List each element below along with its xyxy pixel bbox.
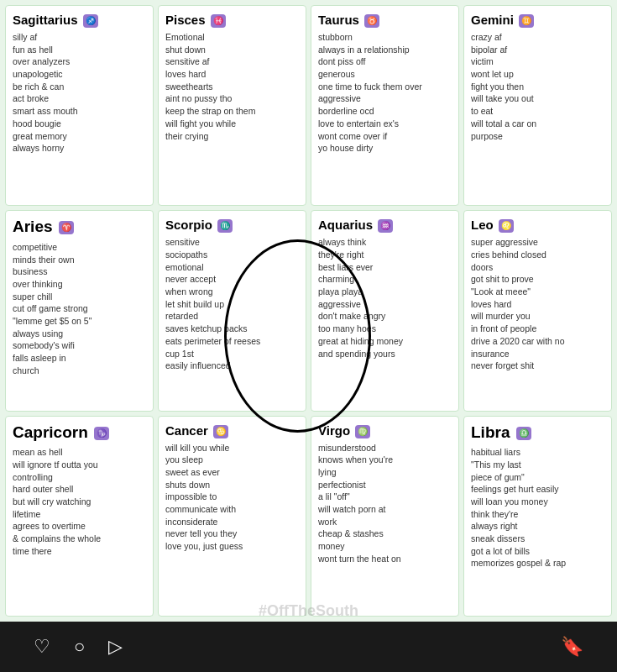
card-aries: Aries ♈competitive minds their own busin… bbox=[5, 210, 154, 411]
card-sagittarius: Sagittarius ♐silly af fun as hell over a… bbox=[5, 5, 154, 206]
card-content-pisces: Emotional shut down sensitive af loves h… bbox=[165, 31, 299, 142]
card-content-cancer: will kill you while you sleep sweet as e… bbox=[165, 442, 299, 553]
zodiac-icon-leo: ♌ bbox=[499, 219, 514, 233]
zodiac-grid: Sagittarius ♐silly af fun as hell over a… bbox=[0, 0, 617, 622]
card-pisces: Pisces ♓Emotional shut down sensitive af… bbox=[158, 5, 306, 206]
zodiac-icon-pisces: ♓ bbox=[211, 14, 226, 28]
zodiac-icon-virgo: ♍ bbox=[355, 425, 370, 438]
card-title-leo: Leo ♌ bbox=[471, 216, 604, 234]
heart-icon[interactable]: ♡ bbox=[34, 636, 50, 658]
card-libra: Libra ♎habitual liars "This my last piec… bbox=[463, 416, 612, 617]
zodiac-icon-gemini: ♊ bbox=[519, 14, 534, 28]
card-content-sagittarius: silly af fun as hell over analyzers unap… bbox=[13, 31, 146, 155]
card-title-virgo: Virgo ♍ bbox=[318, 422, 452, 439]
card-content-taurus: stubborn always in a relationship dont p… bbox=[318, 31, 452, 155]
card-virgo: Virgo ♍misunderstood knows when you're l… bbox=[311, 416, 459, 617]
card-taurus: Taurus ♉stubborn always in a relationshi… bbox=[311, 5, 459, 206]
card-title-scorpio: Scorpio ♏ bbox=[165, 216, 299, 234]
card-content-leo: super aggressive cries behind closed doo… bbox=[471, 236, 604, 372]
card-content-aquarius: always think they're right best liars ev… bbox=[318, 236, 452, 360]
zodiac-icon-scorpio: ♏ bbox=[217, 219, 233, 233]
zodiac-icon-taurus: ♉ bbox=[364, 14, 379, 28]
card-content-virgo: misunderstood knows when you're lying pe… bbox=[318, 442, 452, 565]
card-title-taurus: Taurus ♉ bbox=[318, 11, 452, 29]
card-capricorn: Capricorn ♑mean as hell will ignore tf o… bbox=[5, 416, 154, 617]
card-content-scorpio: sensitive sociopaths emotional never acc… bbox=[165, 236, 299, 372]
zodiac-icon-libra: ♎ bbox=[516, 427, 531, 440]
bookmark-icon[interactable]: 🔖 bbox=[561, 636, 583, 658]
card-content-capricorn: mean as hell will ignore tf outta you co… bbox=[13, 446, 146, 557]
share-icon[interactable]: ▷ bbox=[108, 636, 123, 658]
card-title-pisces: Pisces ♓ bbox=[165, 11, 299, 29]
card-cancer: Cancer ♋will kill you while you sleep sw… bbox=[158, 416, 306, 617]
card-title-sagittarius: Sagittarius ♐ bbox=[13, 11, 146, 29]
card-title-capricorn: Capricorn ♑ bbox=[13, 422, 146, 444]
card-gemini: Gemini ♊crazy af bipolar af victim wont … bbox=[463, 5, 612, 206]
card-title-gemini: Gemini ♊ bbox=[471, 11, 604, 29]
zodiac-icon-capricorn: ♑ bbox=[94, 427, 109, 440]
card-content-libra: habitual liars "This my last piece of gu… bbox=[471, 446, 604, 570]
zodiac-icon-sagittarius: ♐ bbox=[83, 14, 98, 28]
card-content-gemini: crazy af bipolar af victim wont let up f… bbox=[471, 31, 604, 142]
card-title-cancer: Cancer ♋ bbox=[165, 422, 299, 439]
card-title-aries: Aries ♈ bbox=[13, 216, 146, 239]
card-aquarius: Aquarius ♒always think they're right bes… bbox=[311, 210, 459, 411]
bottom-bar: ♡ ○ ▷ 🔖 bbox=[0, 622, 617, 672]
card-content-aries: competitive minds their own business ove… bbox=[13, 241, 146, 377]
zodiac-icon-cancer: ♋ bbox=[213, 425, 228, 438]
zodiac-icon-aries: ♈ bbox=[59, 221, 74, 234]
card-scorpio: Scorpio ♏sensitive sociopaths emotional … bbox=[158, 210, 306, 411]
card-title-aquarius: Aquarius ♒ bbox=[318, 216, 452, 234]
card-title-libra: Libra ♎ bbox=[471, 422, 604, 444]
zodiac-icon-aquarius: ♒ bbox=[378, 219, 393, 233]
card-leo: Leo ♌super aggressive cries behind close… bbox=[463, 210, 612, 411]
bar-left-icons: ♡ ○ ▷ bbox=[34, 636, 123, 658]
comment-icon[interactable]: ○ bbox=[74, 636, 85, 658]
